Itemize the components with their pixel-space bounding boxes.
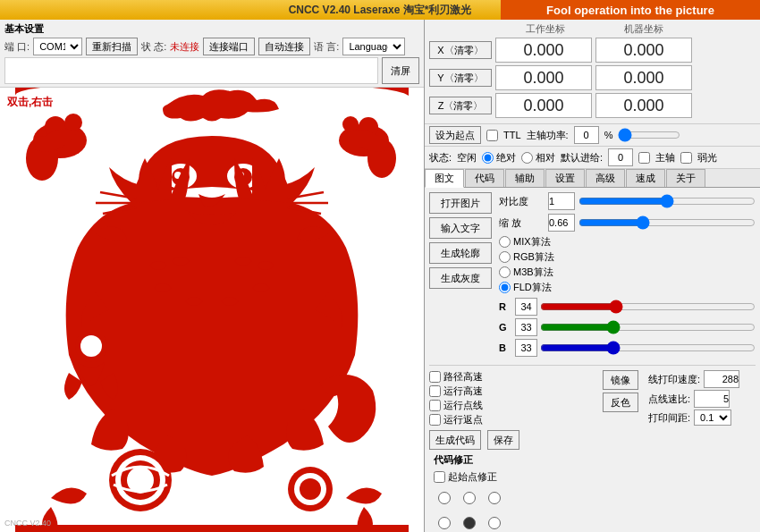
tab-speed[interactable]: 速成 bbox=[626, 169, 665, 187]
port-label: 端 口: bbox=[4, 40, 30, 54]
contrast-label: 对比度 bbox=[499, 195, 548, 208]
rescan-button[interactable]: 重新扫描 bbox=[86, 38, 138, 55]
svg-point-21 bbox=[300, 478, 321, 500]
z-zero-button[interactable]: Z〈清零〉 bbox=[429, 97, 492, 114]
g-label: G bbox=[499, 322, 515, 333]
x-work-value: 0.000 bbox=[495, 38, 592, 63]
svg-point-8 bbox=[342, 116, 359, 132]
run-dot-checkbox[interactable] bbox=[429, 414, 441, 426]
image-tab-content: 打开图片 输入文字 生成轮廓 生成灰度 对比度 缩 放 bbox=[425, 188, 760, 532]
start-point-correction-checkbox[interactable] bbox=[434, 471, 445, 483]
scale-slider[interactable] bbox=[578, 216, 756, 229]
invert-button[interactable]: 反色 bbox=[603, 393, 638, 412]
dot-0-1[interactable] bbox=[463, 492, 476, 504]
g-slider[interactable] bbox=[540, 321, 756, 334]
dot-1-0[interactable] bbox=[438, 517, 451, 529]
x-machine-value: 0.000 bbox=[595, 38, 692, 63]
set-origin-button[interactable]: 设为起点 bbox=[429, 126, 481, 144]
save-button[interactable]: 保存 bbox=[487, 430, 519, 450]
mix-algo-label: MIX算法 bbox=[513, 235, 551, 249]
rgb-algo-radio[interactable] bbox=[499, 251, 511, 263]
start-point-correction-label: 起始点修正 bbox=[448, 470, 497, 484]
path-options: 路径高速 运行高速 运行点线 bbox=[429, 370, 597, 426]
g-value[interactable] bbox=[515, 318, 537, 336]
tab-code[interactable]: 代码 bbox=[465, 169, 504, 187]
y-machine-value: 0.000 bbox=[595, 65, 692, 90]
input-text-button[interactable]: 输入文字 bbox=[429, 217, 492, 239]
rel-radio[interactable] bbox=[521, 152, 533, 164]
dot-1-2[interactable] bbox=[488, 517, 501, 529]
print-interval-select[interactable]: 0.1 0.2 0.5 1.0 bbox=[694, 410, 731, 426]
contrast-slider[interactable] bbox=[578, 195, 756, 207]
rel-label: 相对 bbox=[536, 151, 555, 165]
m3b-algo-radio[interactable] bbox=[499, 266, 511, 278]
click-hint: 双击,右击 bbox=[7, 95, 53, 110]
high-speed-label: 路径高速 bbox=[443, 370, 483, 384]
fool-banner: Fool operation into the picture bbox=[501, 0, 760, 20]
r-label: R bbox=[499, 301, 515, 312]
rgb-section: R G B bbox=[499, 298, 756, 357]
z-work-value: 0.000 bbox=[495, 93, 592, 118]
r-slider[interactable] bbox=[540, 300, 756, 313]
dot-1-1[interactable] bbox=[463, 517, 476, 529]
line-print-speed-value[interactable] bbox=[704, 370, 739, 388]
scale-value[interactable] bbox=[548, 214, 575, 232]
tabs-bar: 图文 代码 辅助 设置 高级 速成 关于 bbox=[425, 169, 760, 188]
tab-about[interactable]: 关于 bbox=[666, 169, 705, 187]
tab-image[interactable]: 图文 bbox=[425, 169, 464, 188]
clear-button[interactable]: 清屏 bbox=[382, 57, 419, 84]
image-action-buttons: 打开图片 输入文字 生成轮廓 生成灰度 bbox=[429, 192, 492, 359]
y-zero-button[interactable]: Y〈清零〉 bbox=[429, 69, 492, 87]
tab-advanced[interactable]: 高级 bbox=[586, 169, 625, 187]
svg-point-4 bbox=[64, 114, 82, 131]
lang-label: 语 言: bbox=[314, 40, 339, 54]
generate-gray-button[interactable]: 生成灰度 bbox=[429, 267, 492, 289]
x-zero-button[interactable]: X〈清零〉 bbox=[429, 41, 492, 59]
open-image-button[interactable]: 打开图片 bbox=[429, 192, 492, 214]
spindle-checkbox[interactable] bbox=[638, 152, 650, 164]
generate-code-button[interactable]: 生成代码 bbox=[429, 430, 481, 450]
basic-settings-label: 基本设置 bbox=[4, 22, 44, 36]
machine-coord-label: 机器坐标 bbox=[595, 22, 693, 36]
dot-mode-checkbox[interactable] bbox=[429, 400, 441, 411]
power-slider[interactable] bbox=[618, 129, 680, 141]
language-select[interactable]: Language bbox=[342, 38, 405, 55]
b-slider[interactable] bbox=[540, 342, 756, 354]
power-label: 主轴功率: bbox=[527, 129, 569, 142]
tab-settings[interactable]: 设置 bbox=[545, 169, 585, 187]
b-label: B bbox=[499, 342, 515, 353]
dot-speed-ratio-value[interactable] bbox=[694, 390, 730, 408]
dot-0-2[interactable] bbox=[488, 492, 501, 504]
run-high-checkbox[interactable] bbox=[429, 385, 441, 397]
mix-algo-radio[interactable] bbox=[499, 236, 511, 248]
code-correction-section: 代码修正 起始点修正 bbox=[429, 450, 756, 532]
fld-algo-radio[interactable] bbox=[499, 282, 511, 293]
status-row: 状态: 空闲 绝对 相对 默认进给: 主轴 弱光 bbox=[425, 147, 760, 169]
log-area bbox=[4, 57, 378, 84]
tab-assist[interactable]: 辅助 bbox=[505, 169, 545, 187]
connect-button[interactable]: 连接端口 bbox=[203, 38, 255, 55]
port-select[interactable]: COM1 bbox=[33, 38, 82, 55]
dot-mode-label: 运行点线 bbox=[443, 399, 483, 412]
default-feed-value[interactable] bbox=[608, 148, 633, 166]
ttl-label: TTL bbox=[503, 130, 521, 140]
high-speed-checkbox[interactable] bbox=[429, 371, 441, 383]
lion-image bbox=[0, 88, 424, 532]
dot-0-0[interactable] bbox=[438, 492, 451, 504]
abs-radio[interactable] bbox=[482, 152, 494, 164]
title-bar: CNCC V2.40 Laseraxe 淘宝*利刃激光 Fool operati… bbox=[0, 0, 760, 20]
r-value[interactable] bbox=[515, 298, 537, 316]
app-title: CNCC V2.40 Laseraxe 淘宝*利刃激光 bbox=[289, 3, 472, 18]
b-value[interactable] bbox=[515, 339, 537, 357]
laser-checkbox[interactable] bbox=[680, 152, 692, 164]
status-label: 状 态: bbox=[141, 40, 166, 54]
image-area[interactable]: 双击,右击 bbox=[0, 88, 424, 532]
contrast-value[interactable] bbox=[548, 192, 575, 210]
mirror-button[interactable]: 镜像 bbox=[603, 370, 638, 390]
dot-speed-ratio-label: 点线速比: bbox=[648, 393, 690, 406]
power-value[interactable]: 0 bbox=[574, 126, 599, 144]
coord-section: 工作坐标 机器坐标 X〈清零〉 0.000 0.000 Y〈清零〉 0.000 … bbox=[425, 20, 760, 124]
generate-outline-button[interactable]: 生成轮廓 bbox=[429, 242, 492, 264]
auto-connect-button[interactable]: 自动连接 bbox=[258, 38, 310, 55]
ttl-checkbox[interactable] bbox=[486, 130, 498, 141]
